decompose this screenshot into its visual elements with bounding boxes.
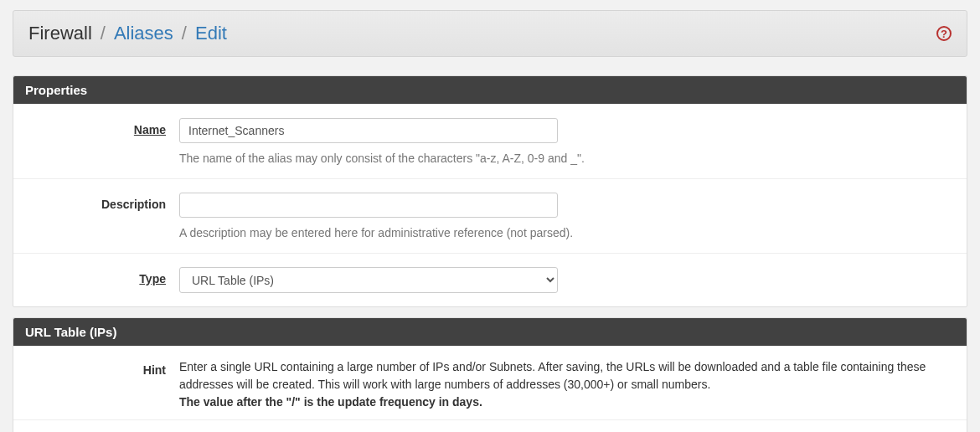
help-text-name: The name of the alias may only consist o… <box>179 152 955 165</box>
panel-header-properties: Properties <box>13 76 967 104</box>
panel-properties: Properties Name The name of the alias ma… <box>13 75 967 307</box>
label-name: Name <box>25 118 179 165</box>
type-select[interactable]: URL Table (IPs) <box>179 267 558 293</box>
breadcrumb-root: Firewall <box>28 23 92 44</box>
hint-text: Enter a single URL containing a large nu… <box>179 358 955 411</box>
breadcrumb-link-aliases[interactable]: Aliases <box>114 23 173 44</box>
breadcrumb-sep: / <box>182 23 187 44</box>
label-description: Description <box>25 193 179 239</box>
breadcrumb-link-edit[interactable]: Edit <box>195 23 227 44</box>
description-input[interactable] <box>179 193 558 218</box>
label-hint: Hint <box>25 358 179 411</box>
help-text-description: A description may be entered here for ad… <box>179 226 955 239</box>
help-icon[interactable]: ? <box>936 26 952 41</box>
label-type: Type <box>25 267 179 293</box>
name-input[interactable] <box>179 118 558 143</box>
breadcrumb-sep: / <box>101 23 106 44</box>
panel-header-urltable: URL Table (IPs) <box>13 318 967 346</box>
breadcrumb: Firewall / Aliases / Edit <box>28 23 227 44</box>
breadcrumb-panel: Firewall / Aliases / Edit ? <box>13 10 967 57</box>
panel-urltable: URL Table (IPs) Hint Enter a single URL … <box>13 317 967 432</box>
